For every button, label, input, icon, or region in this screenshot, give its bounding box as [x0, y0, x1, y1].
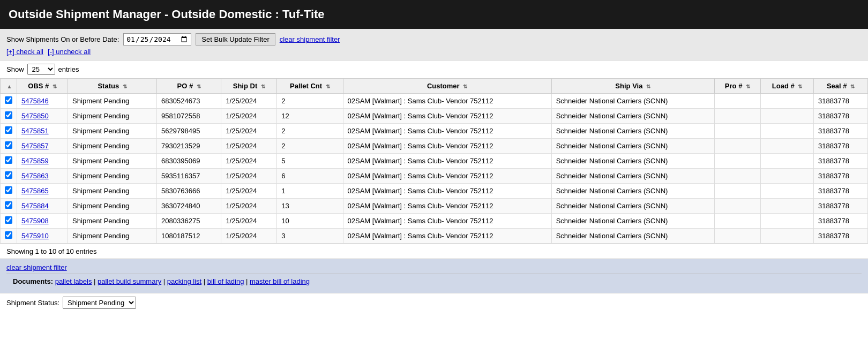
row-checkbox[interactable]: [5, 216, 12, 224]
clear-shipment-filter-link-top[interactable]: clear shipment filter: [280, 35, 340, 43]
row-pro: [714, 139, 760, 154]
row-status: Shipment Pending: [68, 154, 157, 169]
pallet-labels-link[interactable]: pallet labels: [55, 277, 92, 285]
obs-link[interactable]: 5475851: [21, 127, 49, 135]
col-pallet-cnt[interactable]: Pallet Cnt ⇅: [277, 79, 343, 94]
packing-list-link[interactable]: packing list: [167, 277, 201, 285]
obs-link[interactable]: 5475857: [21, 142, 49, 150]
row-checkbox[interactable]: [5, 96, 12, 104]
date-filter-input[interactable]: [123, 33, 191, 46]
row-obs: 5475851: [17, 124, 68, 139]
row-po: 5935116357: [157, 169, 221, 184]
row-checkbox[interactable]: [5, 231, 12, 239]
set-bulk-update-button[interactable]: Set Bulk Update Filter: [196, 33, 275, 46]
row-pallet-cnt: 3: [277, 229, 343, 244]
row-load: [761, 184, 814, 199]
row-checkbox[interactable]: [5, 201, 12, 209]
row-checkbox-cell: [1, 199, 17, 214]
page-title: Outside Shipment Manager - Outside Domes…: [9, 7, 325, 21]
table-row: 5475857Shipment Pending79302135291/25/20…: [1, 139, 868, 154]
col-seal[interactable]: Seal # ⇅: [814, 79, 868, 94]
show-label: Show: [6, 65, 24, 73]
col-po[interactable]: PO # ⇅: [157, 79, 221, 94]
row-seal: 31883778: [814, 124, 868, 139]
row-load: [761, 214, 814, 229]
row-checkbox[interactable]: [5, 126, 12, 134]
row-status: Shipment Pending: [68, 109, 157, 124]
row-pro: [714, 154, 760, 169]
obs-link[interactable]: 5475859: [21, 157, 49, 165]
clear-shipment-filter-link-bottom[interactable]: clear shipment filter: [6, 263, 862, 271]
entries-select[interactable]: 10 25 50 100: [27, 64, 55, 75]
obs-link[interactable]: 5475863: [21, 172, 49, 180]
row-po: 2080336275: [157, 214, 221, 229]
row-obs: 5475865: [17, 184, 68, 199]
obs-link[interactable]: 5475884: [21, 202, 49, 210]
row-ship-via: Schneider National Carriers (SCNN): [551, 124, 714, 139]
obs-link[interactable]: 5475846: [21, 97, 49, 105]
table-row: 5475851Shipment Pending56297984951/25/20…: [1, 124, 868, 139]
row-ship-via: Schneider National Carriers (SCNN): [551, 184, 714, 199]
check-all-link[interactable]: [+] check all: [6, 48, 43, 56]
row-po: 9581072558: [157, 109, 221, 124]
shipment-status-label: Shipment Status:: [6, 299, 59, 307]
row-pallet-cnt: 6: [277, 169, 343, 184]
row-pro: [714, 214, 760, 229]
table-row: 5475846Shipment Pending68305246731/25/20…: [1, 94, 868, 109]
row-pro: [714, 199, 760, 214]
row-pro: [714, 184, 760, 199]
footer-clear: clear shipment filter: [6, 263, 862, 271]
row-pro: [714, 94, 760, 109]
row-checkbox[interactable]: [5, 171, 12, 179]
row-po: 7930213529: [157, 139, 221, 154]
col-obs[interactable]: OBS # ⇅: [17, 79, 68, 94]
obs-link[interactable]: 5475850: [21, 112, 49, 120]
page-header: Outside Shipment Manager - Outside Domes…: [0, 0, 868, 29]
footer-info: Showing 1 to 10 of 10 entries: [0, 244, 868, 259]
row-pallet-cnt: 13: [277, 199, 343, 214]
col-pro[interactable]: Pro # ⇅: [714, 79, 760, 94]
row-ship-via: Schneider National Carriers (SCNN): [551, 229, 714, 244]
row-load: [761, 154, 814, 169]
row-ship-via: Schneider National Carriers (SCNN): [551, 139, 714, 154]
col-customer[interactable]: Customer ⇅: [343, 79, 551, 94]
row-customer: 02SAM [Walmart] : Sams Club- Vendor 7521…: [343, 139, 551, 154]
row-checkbox[interactable]: [5, 156, 12, 164]
row-seal: 31883778: [814, 199, 868, 214]
row-pallet-cnt: 2: [277, 139, 343, 154]
table-row: 5475910Shipment Pending10801875121/25/20…: [1, 229, 868, 244]
col-load[interactable]: Load # ⇅: [761, 79, 814, 94]
row-customer: 02SAM [Walmart] : Sams Club- Vendor 7521…: [343, 94, 551, 109]
row-checkbox[interactable]: [5, 141, 12, 149]
uncheck-all-link[interactable]: [-] uncheck all: [48, 48, 91, 56]
master-bill-of-lading-link[interactable]: master bill of lading: [250, 277, 310, 285]
date-filter-label: Show Shipments On or Before Date:: [6, 35, 119, 43]
row-status: Shipment Pending: [68, 214, 157, 229]
shipment-status-select[interactable]: Shipment Pending Shipped: [63, 297, 136, 309]
row-ship-dt: 1/25/2024: [221, 109, 277, 124]
table-row: 5475865Shipment Pending58307636661/25/20…: [1, 184, 868, 199]
entries-label: entries: [58, 65, 79, 73]
row-checkbox-cell: [1, 229, 17, 244]
row-status: Shipment Pending: [68, 229, 157, 244]
table-row: 5475859Shipment Pending68303950691/25/20…: [1, 154, 868, 169]
obs-link[interactable]: 5475865: [21, 187, 49, 195]
row-customer: 02SAM [Walmart] : Sams Club- Vendor 7521…: [343, 214, 551, 229]
obs-link[interactable]: 5475910: [21, 232, 49, 240]
row-load: [761, 124, 814, 139]
row-obs: 5475859: [17, 154, 68, 169]
col-ship-via[interactable]: Ship Via ⇅: [551, 79, 714, 94]
row-checkbox[interactable]: [5, 111, 12, 119]
row-ship-via: Schneider National Carriers (SCNN): [551, 154, 714, 169]
row-po: 6830395069: [157, 154, 221, 169]
table-header-row: ▲ OBS # ⇅ Status ⇅ PO # ⇅ Ship Dt ⇅ Pall…: [1, 79, 868, 94]
pallet-build-summary-link[interactable]: pallet build summary: [98, 277, 161, 285]
row-status: Shipment Pending: [68, 184, 157, 199]
row-status: Shipment Pending: [68, 124, 157, 139]
bill-of-lading-link[interactable]: bill of lading: [207, 277, 244, 285]
col-ship-dt[interactable]: Ship Dt ⇅: [221, 79, 277, 94]
obs-link[interactable]: 5475908: [21, 217, 49, 225]
col-status[interactable]: Status ⇅: [68, 79, 157, 94]
row-seal: 31883778: [814, 109, 868, 124]
row-checkbox[interactable]: [5, 186, 12, 194]
